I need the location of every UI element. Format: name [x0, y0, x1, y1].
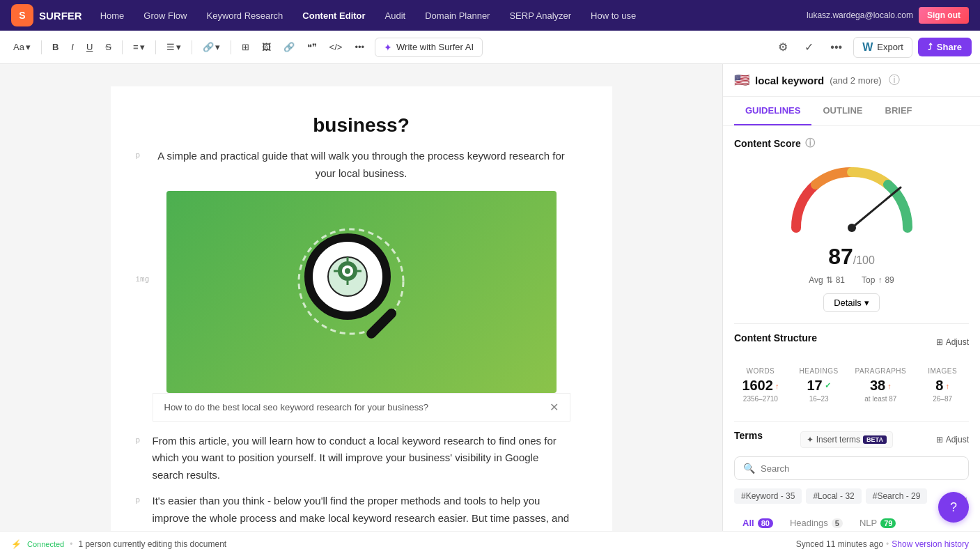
share-icon: ⤴	[928, 42, 933, 52]
score-denominator: /100	[853, 254, 875, 266]
special-button[interactable]: ⊞	[237, 38, 254, 56]
underline-button[interactable]: U	[81, 38, 98, 56]
hashtag-search[interactable]: #Search - 29	[866, 488, 928, 504]
subtitle-block: p A simple and practical guide that will…	[153, 148, 570, 183]
image-caption-text[interactable]: How to do the best local seo keyword res…	[164, 402, 428, 412]
italic-button[interactable]: I	[66, 38, 79, 56]
term-tab-headings-badge: 5	[832, 518, 843, 528]
share-button[interactable]: ⤴ Share	[918, 38, 972, 56]
term-tab-all-badge: 80	[758, 518, 773, 528]
words-label: WORDS	[738, 367, 783, 375]
sign-out-button[interactable]: Sign out	[919, 7, 969, 24]
help-fab-button[interactable]: ?	[938, 492, 969, 523]
panel-header: 🇺🇸 local keyword (and 2 more) ⓘ	[723, 64, 980, 97]
image-caption-bar: How to do the best local seo keyword res…	[153, 393, 570, 422]
editor-title[interactable]: business?	[153, 114, 570, 137]
ai-button-label: Write with Surfer AI	[396, 42, 474, 52]
nav-home[interactable]: Home	[93, 6, 132, 25]
settings-button[interactable]: ⚙	[772, 37, 793, 57]
ai-sparkle-icon: ✦	[384, 42, 392, 53]
lightning-icon: ⚡	[11, 539, 22, 549]
content-score-info-icon[interactable]: ⓘ	[805, 137, 815, 150]
insert-terms-button[interactable]: ✦ Insert terms BETA	[800, 431, 893, 448]
info-icon[interactable]: ⓘ	[889, 73, 900, 88]
top-score: Top ↑ 89	[862, 275, 894, 285]
hashtag-local[interactable]: #Local - 32	[806, 488, 861, 504]
words-number: 1602	[742, 378, 773, 394]
link2-button[interactable]: 🔗	[279, 38, 300, 56]
chevron-down-icon-link: ▾	[215, 42, 220, 52]
svg-point-5	[345, 268, 350, 274]
structure-adjust-button[interactable]: ⊞ Adjust	[936, 337, 969, 347]
chevron-down-icon-details: ▾	[864, 298, 869, 308]
quote-button[interactable]: ❝❞	[302, 38, 322, 56]
top-icon: ↑	[878, 275, 882, 285]
nav-audit[interactable]: Audit	[378, 6, 413, 25]
overflow-button[interactable]: •••	[825, 38, 848, 57]
terms-adjust-label: Adjust	[946, 435, 969, 445]
more-button[interactable]: •••	[350, 38, 369, 56]
editor-area[interactable]: business? p A simple and practical guide…	[0, 64, 722, 556]
toolbar-separator-2	[122, 40, 123, 54]
avg-icon: ⇅	[826, 275, 833, 285]
headings-check-icon: ✓	[825, 381, 831, 390]
tab-brief[interactable]: BRIEF	[874, 97, 924, 125]
user-email: lukasz.wardega@localo.com	[807, 10, 913, 20]
editor-paper[interactable]: business? p A simple and practical guide…	[111, 86, 612, 556]
beta-badge: BETA	[863, 435, 887, 444]
wordpress-icon: W	[862, 41, 873, 54]
tab-guidelines[interactable]: GUIDELINES	[734, 97, 811, 125]
nav-grow-flow[interactable]: Grow Flow	[137, 6, 194, 25]
ai-write-button[interactable]: ✦ Write with Surfer AI	[375, 38, 483, 57]
words-value: 1602 ↑	[738, 378, 783, 394]
logo[interactable]: S SURFER	[11, 4, 82, 26]
editor-subtitle[interactable]: A simple and practical guide that will w…	[153, 148, 570, 183]
top-label: Top	[862, 275, 875, 285]
bold-button[interactable]: B	[47, 38, 63, 56]
chevron-down-icon-list: ▾	[176, 42, 181, 52]
link-button[interactable]: 🔗 ▾	[198, 38, 225, 56]
images-number: 8	[935, 378, 943, 394]
wp-export-button[interactable]: W Export	[853, 37, 912, 58]
list-button[interactable]: ☰ ▾	[162, 38, 186, 56]
toolbar-separator-3	[155, 40, 156, 54]
nav-how-to-use[interactable]: How to use	[584, 6, 643, 25]
font-size-button[interactable]: Aa ▾	[8, 38, 36, 56]
paragraphs-range: at least 87	[855, 395, 907, 403]
nav-content-editor[interactable]: Content Editor	[295, 6, 372, 25]
images-label: IMAGES	[920, 367, 965, 375]
status-right: Synced 11 minutes ago • Show version his…	[796, 539, 969, 549]
align-button[interactable]: ≡ ▾	[128, 38, 150, 56]
images-arrow-icon: ↑	[945, 382, 949, 390]
check-button[interactable]: ✓	[799, 37, 819, 57]
strikethrough-button[interactable]: S	[100, 38, 116, 56]
image-container	[153, 191, 570, 393]
structure-title: Content Structure	[734, 332, 817, 343]
term-tab-nlp-label: NLP	[860, 518, 877, 528]
words-arrow-icon: ↑	[775, 382, 779, 390]
details-button[interactable]: Details ▾	[823, 293, 880, 312]
terms-adjust-button[interactable]: ⊞ Adjust	[936, 435, 969, 445]
image-button[interactable]: 🖼	[257, 38, 276, 56]
code-button[interactable]: </>	[325, 38, 348, 56]
images-range: 26–87	[920, 395, 965, 403]
nav-domain-planner[interactable]: Domain Planner	[418, 6, 497, 25]
caption-close-button[interactable]: ✕	[550, 401, 559, 414]
nav-keyword-research[interactable]: Keyword Research	[199, 6, 290, 25]
right-panel: 🇺🇸 local keyword (and 2 more) ⓘ GUIDELIN…	[722, 64, 980, 556]
logo-icon: S	[11, 4, 33, 26]
terms-grid-icon: ⊞	[936, 435, 943, 445]
content-score-label: Content Score	[734, 138, 801, 149]
line-label-p2: p	[136, 435, 141, 445]
editor-para1[interactable]: From this article, you will learn how to…	[153, 433, 570, 484]
search-input[interactable]	[761, 463, 960, 474]
search-box: 🔍	[734, 456, 969, 480]
hashtag-keyword[interactable]: #Keyword - 35	[734, 488, 802, 504]
show-history-link[interactable]: Show version history	[892, 539, 969, 549]
details-label: Details	[834, 298, 862, 308]
paragraphs-arrow-icon: ↑	[887, 382, 892, 390]
toolbar-separator-4	[192, 40, 192, 54]
divider-1	[734, 323, 969, 324]
tab-outline[interactable]: OUTLINE	[811, 97, 873, 125]
nav-serp-analyzer[interactable]: SERP Analyzer	[502, 6, 578, 25]
